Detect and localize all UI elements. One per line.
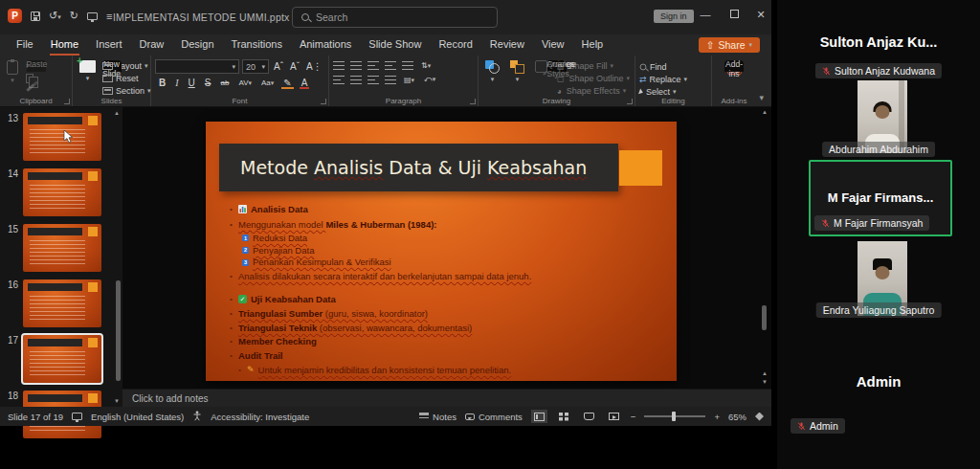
text-highlight-button[interactable]: ✎ [281,78,293,88]
font-size-select[interactable]: 20▾ [242,59,269,74]
justify-icon[interactable] [385,76,396,84]
change-case-button[interactable]: Aa▾ [259,78,276,87]
add-ins-button[interactable]: Add-ins [716,59,752,76]
tab-help[interactable]: Help [573,34,612,56]
canvas-scrollbar-thumb[interactable] [762,305,767,330]
shape-effects-button[interactable]: ◕Shape Effects▾ [555,85,630,97]
collapse-ribbon-icon[interactable]: ▾ [759,93,764,102]
customize-qat-icon[interactable]: ≡ [106,11,112,22]
maximize-button[interactable] [725,9,743,20]
active-speaker-tile[interactable]: M Fajar Firmans... M Fajar Firmansyah [809,160,952,236]
thumbnail-scrollbar-thumb[interactable] [116,280,121,381]
bold-button[interactable]: B [157,78,167,88]
reading-view-button[interactable] [581,410,597,423]
slide-sorter-view-button[interactable] [556,410,572,423]
save-icon[interactable] [31,11,40,21]
tab-file[interactable]: File [8,34,42,56]
zoom-slider-thumb[interactable] [672,412,676,421]
thumbnail-scrollbar[interactable]: ▲ ▼ [116,110,121,404]
share-button[interactable]: ⇧ Share ▾ [699,37,760,53]
increase-indent-icon[interactable] [385,61,396,70]
shape-fill-button[interactable]: ▧Shape Fill▾ [555,60,630,72]
next-slide-button[interactable]: ▼ [762,379,768,385]
tab-view[interactable]: View [533,34,573,56]
tab-transitions[interactable]: Transitions [223,34,291,56]
columns-icon[interactable]: ▤▾ [402,76,416,84]
underline-button[interactable]: U [187,78,197,88]
grow-font-icon[interactable]: Aˆ [272,61,285,72]
drawing-dialog-launcher[interactable] [627,99,633,104]
slide-13-thumbnail[interactable] [23,113,101,161]
zoom-slider[interactable] [644,415,705,417]
font-dialog-launcher[interactable] [321,99,326,104]
tab-animations[interactable]: Animations [291,34,360,56]
current-slide[interactable]: Metode Analisis Data & Uji Keabsahan • A… [206,122,677,381]
bullets-icon[interactable] [333,61,345,70]
close-button[interactable]: ✕ [752,9,769,21]
scroll-down-icon[interactable]: ▼ [114,398,120,404]
sign-in-button[interactable]: Sign in [654,10,694,23]
copy-icon[interactable] [26,74,33,83]
find-button[interactable]: Find [639,61,707,73]
quick-styles-button[interactable]: Quick Styles [532,59,550,98]
clear-formatting-icon[interactable]: A⋮ [304,61,324,72]
redo-icon[interactable]: ↻ [70,10,78,22]
zoom-in-button[interactable]: + [714,412,720,422]
tab-design[interactable]: Design [172,34,222,56]
slide-14-thumbnail[interactable] [23,168,101,216]
font-name-select[interactable]: ▾ [155,59,239,74]
paste-button[interactable]: Paste ▾ [4,59,21,89]
minimize-button[interactable]: — [697,9,714,20]
replace-button[interactable]: ⇄Replace▾ [639,74,707,85]
tab-draw[interactable]: Draw [131,34,173,56]
align-right-icon[interactable] [368,76,379,84]
language-status[interactable]: English (United States) [91,412,184,422]
search-input[interactable]: Search [292,7,498,28]
text-shadow-button[interactable]: ab [218,78,231,87]
undo-icon[interactable]: ↺▾ [49,10,61,22]
accessibility-status[interactable]: Accessibility: Investigate [211,412,309,422]
smartart-icon[interactable]: ⤺▾ [422,75,437,84]
line-spacing-icon[interactable] [402,61,413,70]
decrease-indent-icon[interactable] [368,61,379,70]
zoom-level[interactable]: 65% [728,412,746,422]
fit-slide-to-window-icon[interactable] [755,413,764,421]
cut-icon[interactable]: ✂ [26,61,35,71]
arrange-button[interactable]: Arrange ▾ [507,59,527,98]
slideshow-view-button[interactable] [606,410,622,423]
shape-outline-button[interactable]: ▢Shape Outline▾ [555,73,630,84]
italic-button[interactable]: I [173,78,180,88]
slide-16-thumbnail[interactable] [23,279,101,327]
shrink-font-icon[interactable]: Aˇ [288,61,301,72]
tab-review[interactable]: Review [481,34,533,56]
paragraph-dialog-launcher[interactable] [470,99,476,104]
align-left-icon[interactable] [333,76,345,84]
character-spacing-button[interactable]: AV▾ [236,78,254,87]
scroll-up-icon[interactable]: ▲ [762,109,768,115]
clipboard-dialog-launcher[interactable] [64,99,70,104]
notes-area[interactable]: Click to add notes [122,389,771,407]
tab-insert[interactable]: Insert [87,34,131,56]
strikethrough-button[interactable]: S [203,78,213,88]
reset-button[interactable]: Reset [102,73,151,84]
shapes-button[interactable]: Shapes ▾ [482,59,502,98]
previous-slide-button[interactable]: ▲ [762,370,768,376]
slide-15-thumbnail[interactable] [23,224,101,272]
font-color-button[interactable]: A [300,78,310,88]
tab-home[interactable]: Home [42,34,87,56]
new-slide-button[interactable]: New Slide ▾ [77,59,99,98]
scroll-up-icon[interactable]: ▲ [114,110,120,116]
text-direction-icon[interactable]: ⇅▾ [419,61,433,70]
tab-record[interactable]: Record [430,34,480,56]
comments-toggle[interactable]: Comments [465,412,523,422]
zoom-out-button[interactable]: − [631,412,636,422]
numbering-icon[interactable] [350,61,362,70]
align-center-icon[interactable] [350,76,362,84]
canvas-scrollbar[interactable]: ▲ ▲ ▼ [760,109,769,387]
section-button[interactable]: Section▾ [102,85,151,97]
notes-toggle[interactable]: Notes [419,412,457,422]
slide-17-thumbnail-selected[interactable] [23,335,101,383]
slide-title[interactable]: Metode Analisis Data & Uji Keabsahan [219,144,618,191]
start-slideshow-icon[interactable] [87,12,98,20]
normal-view-button[interactable] [531,410,547,423]
